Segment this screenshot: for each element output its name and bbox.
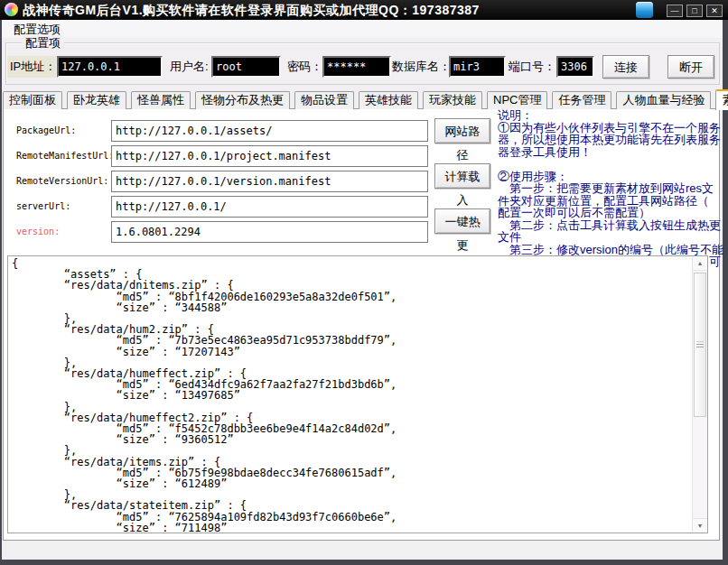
- connect-button[interactable]: 连接: [602, 55, 649, 79]
- maximize-button[interactable]: □: [686, 5, 703, 17]
- serverurl-label: serverUrl:: [16, 200, 70, 213]
- scrollbar-thumb[interactable]: [694, 273, 706, 417]
- port-input[interactable]: [556, 56, 594, 78]
- ip-input[interactable]: [57, 56, 163, 78]
- tab-hp-exp[interactable]: 人物血量与经验: [616, 91, 711, 109]
- config-groupbox-legend: 配置项: [22, 35, 64, 51]
- window-title: 战神传奇GM后台V1.6: [23, 3, 150, 19]
- ip-label: IP地址：: [7, 56, 56, 78]
- tab-npc-management[interactable]: NPC管理: [487, 91, 547, 109]
- password-input[interactable]: [322, 56, 391, 78]
- username-input[interactable]: [211, 56, 281, 78]
- scroll-down-icon[interactable]: ▼: [693, 518, 707, 533]
- website-path-button[interactable]: 网站路径: [434, 118, 490, 144]
- database-input[interactable]: [449, 56, 506, 78]
- serverurl-input[interactable]: [111, 196, 428, 218]
- port-label: 端口号：: [509, 56, 555, 78]
- remotemanifesturl-input[interactable]: [111, 145, 428, 167]
- vertical-scrollbar: ▲ ▼: [692, 256, 707, 533]
- manifest-output-content: { “assets” : { “res/data/dnitems.zip” : …: [12, 258, 689, 532]
- password-label: 密码：: [287, 56, 322, 78]
- tab-task-management[interactable]: 任务管理: [552, 91, 611, 109]
- disconnect-button[interactable]: 断开: [667, 55, 714, 79]
- remotemanifesturl-label: RemoteManifestUrl:: [16, 150, 114, 162]
- window-border-left: [0, 20, 2, 565]
- tab-monster-distribution[interactable]: 怪物分布及热更: [195, 91, 290, 109]
- version-input[interactable]: [111, 221, 428, 243]
- one-key-hotupdate-button[interactable]: 一键热更: [434, 208, 490, 234]
- scroll-up-icon[interactable]: ▲: [693, 256, 707, 271]
- packageurl-input[interactable]: [111, 120, 428, 142]
- tab-wolong-hero[interactable]: 卧龙英雄: [67, 91, 126, 109]
- scrollbar-grip-icon: [696, 342, 704, 348]
- database-label: 数据库名：: [392, 56, 451, 78]
- tab-asset-hotupdate[interactable]: 素材热更: [715, 89, 728, 110]
- packageurl-label: PackageUrl:: [16, 125, 76, 137]
- tab-player-skills[interactable]: 玩家技能: [423, 91, 482, 109]
- version-label: version:: [16, 226, 60, 238]
- tab-control-panel[interactable]: 控制面板: [3, 91, 62, 109]
- calculate-load-button[interactable]: 计算载入: [434, 163, 490, 189]
- app-logo-icon: [5, 3, 18, 16]
- menubar: 配置选项: [2, 20, 723, 38]
- window-border-bottom: [0, 560, 728, 565]
- tab-hero-skills[interactable]: 英雄技能: [359, 91, 418, 109]
- gem-icon: [636, 2, 653, 18]
- username-label: 用户名:: [170, 56, 209, 78]
- tabstrip: 控制面板 卧龙英雄 怪兽属性 怪物分布及热更 物品设置 英雄技能 玩家技能 NP…: [3, 89, 728, 109]
- close-button[interactable]: ✕: [706, 5, 723, 17]
- tab-item-settings[interactable]: 物品设置: [294, 91, 354, 109]
- titlebar-notice: 购买软件请在软件登录界面购买或加代理QQ：197387387: [143, 3, 480, 19]
- manifest-output-textarea[interactable]: { “assets” : { “res/data/dnitems.zip” : …: [7, 255, 708, 533]
- remoteversionurl-label: RemoteVersionUrl:: [16, 175, 108, 188]
- instructions-text: 说明： ①因为有些小伙伴列表与引擎不在一个服务器，所以想使用本热更功能请先在列表…: [498, 109, 723, 255]
- titlebar: 战神传奇GM后台V1.6 购买软件请在软件登录界面购买或加代理QQ：197387…: [0, 0, 728, 20]
- app-window: 战神传奇GM后台V1.6 购买软件请在软件登录界面购买或加代理QQ：197387…: [0, 0, 728, 565]
- remoteversionurl-input[interactable]: [111, 171, 428, 192]
- minimize-button[interactable]: —: [667, 5, 683, 17]
- tab-monster-attributes[interactable]: 怪兽属性: [131, 91, 191, 109]
